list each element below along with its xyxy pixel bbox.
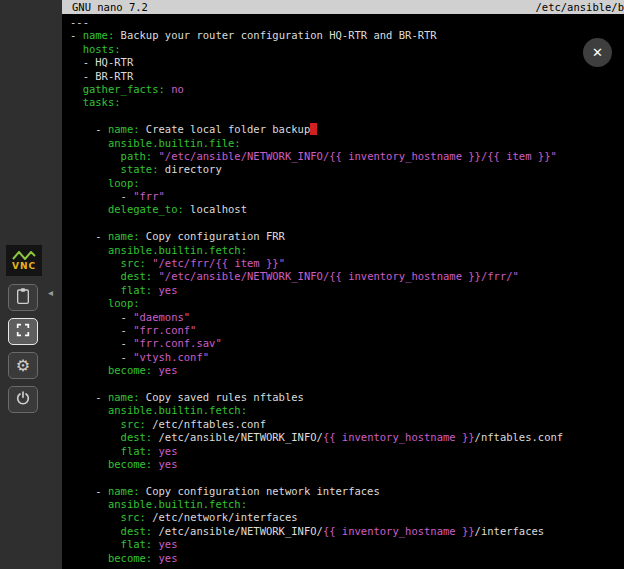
editor-line: ansible.builtin.fetch: bbox=[70, 498, 624, 511]
editor-line: - "frr.conf" bbox=[70, 324, 624, 337]
editor-line bbox=[70, 378, 624, 391]
editor-line: loop: bbox=[70, 177, 624, 190]
editor-line: dest: /etc/ansible/NETWORK_INFO/{{ inven… bbox=[70, 525, 624, 538]
editor-line: - "daemons" bbox=[70, 311, 624, 324]
editor-line: tasks: bbox=[70, 96, 624, 109]
nano-version-label: GNU nano 7.2 bbox=[72, 0, 148, 14]
novnc-logo-label: VNC bbox=[12, 261, 36, 271]
editor-line: gather_facts: no bbox=[70, 83, 624, 96]
editor-line: loop: bbox=[70, 297, 624, 310]
settings-button[interactable]: ⚙ bbox=[8, 352, 38, 379]
editor-line: - name: Create local folder backup bbox=[70, 123, 624, 136]
editor-text[interactable]: ---- name: Backup your router configurat… bbox=[62, 14, 624, 565]
vnc-control-bar: VNC ⚙ bbox=[0, 0, 62, 569]
editor-line: - name: Backup your router configuration… bbox=[70, 29, 624, 42]
power-icon bbox=[15, 390, 31, 410]
editor-line: flat: yes bbox=[70, 538, 624, 551]
gear-icon: ⚙ bbox=[16, 358, 30, 374]
editor-line: - "frr" bbox=[70, 190, 624, 203]
editor-line bbox=[70, 471, 624, 484]
fullscreen-button[interactable] bbox=[8, 318, 38, 345]
editor-line: become: yes bbox=[70, 552, 624, 565]
fullscreen-icon bbox=[15, 322, 31, 342]
nano-filename-label: /etc/ansible/b bbox=[535, 0, 624, 14]
editor-line: --- bbox=[70, 16, 624, 29]
editor-line: - HQ-RTR bbox=[70, 56, 624, 69]
power-button[interactable] bbox=[8, 386, 38, 413]
terminal-window: GNU nano 7.2 /etc/ansible/b ---- name: B… bbox=[62, 0, 624, 569]
editor-line bbox=[70, 217, 624, 230]
editor-line: state: directory bbox=[70, 163, 624, 176]
editor-line: - BR-RTR bbox=[70, 70, 624, 83]
editor-line: flat: yes bbox=[70, 445, 624, 458]
editor-line bbox=[70, 110, 624, 123]
editor-line: dest: "/etc/ansible/NETWORK_INFO/{{ inve… bbox=[70, 270, 624, 283]
editor-line: src: /etc/nftables.conf bbox=[70, 418, 624, 431]
editor-line: - name: Copy saved rules nftables bbox=[70, 391, 624, 404]
close-icon: ✕ bbox=[592, 45, 603, 60]
clipboard-button[interactable] bbox=[8, 284, 38, 311]
text-cursor bbox=[310, 123, 316, 135]
editor-line: src: "/etc/frr/{{ item }}" bbox=[70, 257, 624, 270]
editor-line: delegate_to: localhost bbox=[70, 203, 624, 216]
editor-line: - name: Copy configuration FRR bbox=[70, 230, 624, 243]
editor-line: become: yes bbox=[70, 364, 624, 377]
editor-line: flat: yes bbox=[70, 284, 624, 297]
novnc-logo-wave-icon bbox=[12, 251, 36, 260]
close-button[interactable]: ✕ bbox=[583, 38, 612, 67]
editor-line: - name: Copy configuration network inter… bbox=[70, 485, 624, 498]
control-bar-handle[interactable]: ◂ bbox=[48, 287, 53, 298]
editor-line: - "frr.conf.sav" bbox=[70, 337, 624, 350]
editor-line: ansible.builtin.fetch: bbox=[70, 244, 624, 257]
editor-line: ansible.builtin.fetch: bbox=[70, 404, 624, 417]
editor-line: hosts: bbox=[70, 43, 624, 56]
editor-line: path: "/etc/ansible/NETWORK_INFO/{{ inve… bbox=[70, 150, 624, 163]
editor-line: - "vtysh.conf" bbox=[70, 351, 624, 364]
editor-line: ansible.builtin.file: bbox=[70, 137, 624, 150]
nano-titlebar: GNU nano 7.2 /etc/ansible/b bbox=[62, 0, 624, 14]
novnc-logo: VNC bbox=[6, 245, 42, 276]
editor-line: become: yes bbox=[70, 458, 624, 471]
clipboard-icon bbox=[15, 287, 31, 309]
desktop-screen: VNC ⚙ bbox=[0, 0, 624, 569]
editor-line: dest: /etc/ansible/NETWORK_INFO/{{ inven… bbox=[70, 431, 624, 444]
editor-line: src: /etc/network/interfaces bbox=[70, 511, 624, 524]
